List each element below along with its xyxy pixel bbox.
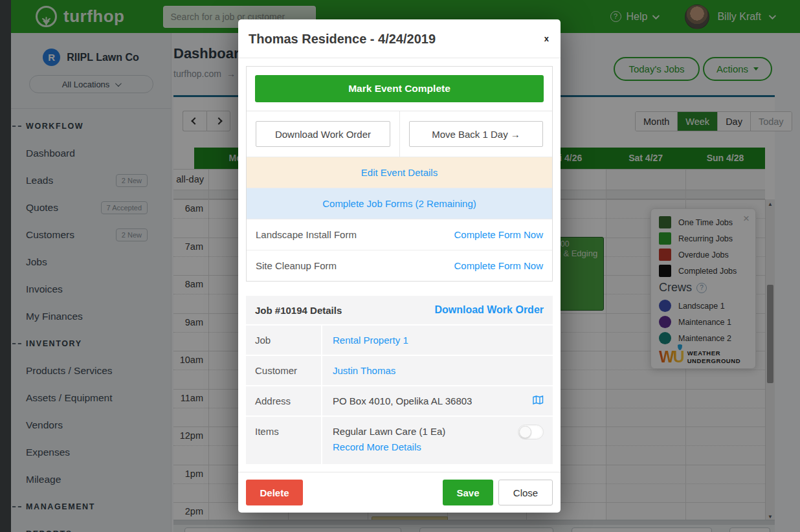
move-back-1-day-button[interactable]: Move Back 1 Day →: [409, 121, 543, 147]
download-work-order-link[interactable]: Download Work Order: [434, 304, 544, 316]
address-value: PO Box 4010, Opelika AL 36803: [333, 395, 472, 406]
form-name: Site Cleanup Form: [256, 260, 337, 271]
map-icon[interactable]: [533, 395, 544, 406]
job-details-table: Job #10194 Details Download Work Order J…: [246, 296, 553, 464]
delete-button[interactable]: Delete: [246, 480, 303, 505]
table-row-customer: Customer Justin Thomas: [246, 356, 553, 386]
item-complete-toggle[interactable]: [518, 425, 544, 439]
modal-header: Thomas Residence - 4/24/2019 x: [238, 19, 561, 58]
download-work-order-button[interactable]: Download Work Order: [256, 121, 390, 147]
job-details-header: Job #10194 Details: [255, 305, 342, 316]
complete-form-now-link[interactable]: Complete Form Now: [454, 229, 543, 240]
table-row-items: Items Regular Lawn Care (1 Ea) Record Mo…: [246, 417, 553, 464]
table-row-job: Job Rental Property 1: [246, 326, 553, 356]
complete-form-now-link[interactable]: Complete Form Now: [454, 260, 543, 271]
save-button[interactable]: Save: [443, 480, 493, 505]
event-modal: Thomas Residence - 4/24/2019 x Mark Even…: [238, 19, 561, 513]
record-more-details-link[interactable]: Record More Details: [333, 441, 421, 452]
toggle-knob: [519, 426, 531, 438]
form-name: Landscape Install Form: [256, 229, 357, 240]
mark-event-complete-button[interactable]: Mark Event Complete: [255, 75, 544, 102]
edit-event-details-link[interactable]: Edit Event Details: [361, 167, 438, 178]
close-button[interactable]: Close: [498, 480, 553, 505]
modal-footer: Delete Save Close: [238, 472, 561, 513]
complete-job-forms-link[interactable]: Complete Job Forms (2 Remaining): [322, 198, 476, 209]
modal-title: Thomas Residence - 4/24/2019: [249, 32, 436, 47]
table-row-address: Address PO Box 4010, Opelika AL 36803: [246, 386, 553, 417]
close-icon[interactable]: x: [543, 32, 550, 45]
item-value: Regular Lawn Care (1 Ea): [333, 426, 445, 437]
event-actions-box: Mark Event Complete Download Work Order …: [246, 66, 553, 282]
customer-link[interactable]: Justin Thomas: [333, 365, 395, 376]
job-link[interactable]: Rental Property 1: [333, 335, 408, 346]
